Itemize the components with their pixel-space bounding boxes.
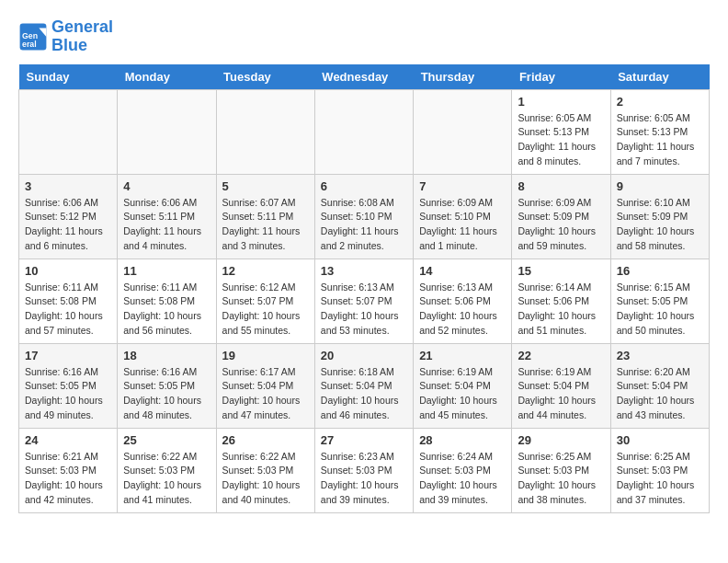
day-number: 27 (321, 433, 407, 447)
day-detail: Sunrise: 6:05 AMSunset: 5:13 PMDaylight:… (518, 111, 604, 169)
day-detail: Sunrise: 6:09 AMSunset: 5:10 PMDaylight:… (419, 196, 506, 254)
day-cell-22: 22Sunrise: 6:19 AMSunset: 5:04 PMDayligh… (512, 343, 610, 428)
day-number: 9 (617, 179, 703, 193)
day-detail: Sunrise: 6:24 AMSunset: 5:03 PMDaylight:… (419, 450, 506, 508)
day-cell-16: 16Sunrise: 6:15 AMSunset: 5:05 PMDayligh… (610, 259, 709, 343)
day-number: 6 (321, 179, 407, 193)
day-number: 10 (25, 264, 111, 278)
day-cell-5: 5Sunrise: 6:07 AMSunset: 5:11 PMDaylight… (216, 174, 314, 259)
day-cell-17: 17Sunrise: 6:16 AMSunset: 5:05 PMDayligh… (19, 343, 118, 428)
logo: Gen eral General Blue (18, 18, 113, 55)
day-cell-10: 10Sunrise: 6:11 AMSunset: 5:08 PMDayligh… (19, 259, 118, 343)
day-number: 19 (222, 349, 309, 362)
day-cell-27: 27Sunrise: 6:23 AMSunset: 5:03 PMDayligh… (314, 428, 413, 512)
day-number: 4 (123, 179, 210, 193)
day-cell-2: 2Sunrise: 6:05 AMSunset: 5:13 PMDaylight… (610, 89, 709, 174)
day-detail: Sunrise: 6:07 AMSunset: 5:11 PMDaylight:… (222, 196, 309, 254)
day-cell-24: 24Sunrise: 6:21 AMSunset: 5:03 PMDayligh… (19, 428, 118, 512)
day-cell-12: 12Sunrise: 6:12 AMSunset: 5:07 PMDayligh… (216, 259, 314, 343)
day-number: 26 (222, 433, 309, 447)
svg-text:eral: eral (22, 40, 37, 49)
day-number: 18 (123, 349, 210, 362)
day-number: 5 (222, 179, 309, 193)
day-cell-1: 1Sunrise: 6:05 AMSunset: 5:13 PMDaylight… (512, 89, 610, 174)
day-cell-4: 4Sunrise: 6:06 AMSunset: 5:11 PMDaylight… (118, 174, 216, 259)
day-number: 25 (123, 433, 210, 447)
day-detail: Sunrise: 6:09 AMSunset: 5:09 PMDaylight:… (518, 196, 604, 254)
day-number: 15 (518, 264, 604, 278)
header-row: SundayMondayTuesdayWednesdayThursdayFrid… (19, 64, 710, 90)
day-cell-7: 7Sunrise: 6:09 AMSunset: 5:10 PMDaylight… (414, 174, 512, 259)
day-header-monday: Monday (118, 64, 216, 90)
day-cell-11: 11Sunrise: 6:11 AMSunset: 5:08 PMDayligh… (118, 259, 216, 343)
calendar-week-1: 1Sunrise: 6:05 AMSunset: 5:13 PMDaylight… (19, 89, 710, 174)
empty-cell (216, 89, 314, 174)
calendar-week-4: 17Sunrise: 6:16 AMSunset: 5:05 PMDayligh… (19, 343, 710, 428)
day-cell-18: 18Sunrise: 6:16 AMSunset: 5:05 PMDayligh… (118, 343, 216, 428)
day-cell-28: 28Sunrise: 6:24 AMSunset: 5:03 PMDayligh… (414, 428, 512, 512)
day-cell-25: 25Sunrise: 6:22 AMSunset: 5:03 PMDayligh… (118, 428, 216, 512)
day-detail: Sunrise: 6:21 AMSunset: 5:03 PMDaylight:… (25, 450, 111, 508)
calendar-table: SundayMondayTuesdayWednesdayThursdayFrid… (18, 64, 710, 513)
day-detail: Sunrise: 6:16 AMSunset: 5:05 PMDaylight:… (25, 365, 111, 423)
day-detail: Sunrise: 6:11 AMSunset: 5:08 PMDaylight:… (25, 281, 111, 339)
day-detail: Sunrise: 6:20 AMSunset: 5:04 PMDaylight:… (617, 365, 703, 423)
day-number: 20 (321, 349, 407, 362)
day-cell-9: 9Sunrise: 6:10 AMSunset: 5:09 PMDaylight… (610, 174, 709, 259)
empty-cell (118, 89, 216, 174)
day-detail: Sunrise: 6:06 AMSunset: 5:11 PMDaylight:… (123, 196, 210, 254)
calendar-week-3: 10Sunrise: 6:11 AMSunset: 5:08 PMDayligh… (19, 259, 710, 343)
day-number: 3 (25, 179, 111, 193)
day-number: 24 (25, 433, 111, 447)
day-detail: Sunrise: 6:16 AMSunset: 5:05 PMDaylight:… (123, 365, 210, 423)
day-cell-26: 26Sunrise: 6:22 AMSunset: 5:03 PMDayligh… (216, 428, 314, 512)
day-detail: Sunrise: 6:22 AMSunset: 5:03 PMDaylight:… (222, 450, 309, 508)
day-header-saturday: Saturday (610, 64, 709, 90)
day-cell-15: 15Sunrise: 6:14 AMSunset: 5:06 PMDayligh… (512, 259, 610, 343)
day-number: 30 (617, 433, 703, 447)
day-detail: Sunrise: 6:25 AMSunset: 5:03 PMDaylight:… (518, 450, 604, 508)
day-cell-19: 19Sunrise: 6:17 AMSunset: 5:04 PMDayligh… (216, 343, 314, 428)
day-number: 28 (419, 433, 506, 447)
day-number: 7 (419, 179, 506, 193)
day-cell-14: 14Sunrise: 6:13 AMSunset: 5:06 PMDayligh… (414, 259, 512, 343)
day-cell-21: 21Sunrise: 6:19 AMSunset: 5:04 PMDayligh… (414, 343, 512, 428)
header: Gen eral General Blue (18, 18, 710, 55)
day-detail: Sunrise: 6:08 AMSunset: 5:10 PMDaylight:… (321, 196, 407, 254)
day-header-tuesday: Tuesday (216, 64, 314, 90)
day-cell-29: 29Sunrise: 6:25 AMSunset: 5:03 PMDayligh… (512, 428, 610, 512)
logo-text: General Blue (51, 18, 113, 55)
day-detail: Sunrise: 6:14 AMSunset: 5:06 PMDaylight:… (518, 281, 604, 339)
day-number: 11 (123, 264, 210, 278)
empty-cell (19, 89, 118, 174)
day-header-friday: Friday (512, 64, 610, 90)
day-number: 21 (419, 349, 506, 362)
empty-cell (414, 89, 512, 174)
day-detail: Sunrise: 6:22 AMSunset: 5:03 PMDaylight:… (123, 450, 210, 508)
logo-icon: Gen eral (18, 22, 48, 52)
day-number: 14 (419, 264, 506, 278)
day-number: 22 (518, 349, 604, 362)
calendar-week-2: 3Sunrise: 6:06 AMSunset: 5:12 PMDaylight… (19, 174, 710, 259)
day-detail: Sunrise: 6:19 AMSunset: 5:04 PMDaylight:… (419, 365, 506, 423)
day-number: 12 (222, 264, 309, 278)
day-cell-20: 20Sunrise: 6:18 AMSunset: 5:04 PMDayligh… (314, 343, 413, 428)
day-cell-3: 3Sunrise: 6:06 AMSunset: 5:12 PMDaylight… (19, 174, 118, 259)
day-header-sunday: Sunday (19, 64, 118, 90)
day-detail: Sunrise: 6:06 AMSunset: 5:12 PMDaylight:… (25, 196, 111, 254)
day-detail: Sunrise: 6:12 AMSunset: 5:07 PMDaylight:… (222, 281, 309, 339)
calendar-week-5: 24Sunrise: 6:21 AMSunset: 5:03 PMDayligh… (19, 428, 710, 512)
svg-text:Gen: Gen (22, 30, 38, 40)
day-detail: Sunrise: 6:05 AMSunset: 5:13 PMDaylight:… (617, 111, 703, 169)
day-number: 1 (518, 95, 604, 109)
day-detail: Sunrise: 6:25 AMSunset: 5:03 PMDaylight:… (617, 450, 703, 508)
day-detail: Sunrise: 6:19 AMSunset: 5:04 PMDaylight:… (518, 365, 604, 423)
day-detail: Sunrise: 6:18 AMSunset: 5:04 PMDaylight:… (321, 365, 407, 423)
day-detail: Sunrise: 6:17 AMSunset: 5:04 PMDaylight:… (222, 365, 309, 423)
day-detail: Sunrise: 6:10 AMSunset: 5:09 PMDaylight:… (617, 196, 703, 254)
day-detail: Sunrise: 6:23 AMSunset: 5:03 PMDaylight:… (321, 450, 407, 508)
day-detail: Sunrise: 6:13 AMSunset: 5:07 PMDaylight:… (321, 281, 407, 339)
day-detail: Sunrise: 6:13 AMSunset: 5:06 PMDaylight:… (419, 281, 506, 339)
day-number: 8 (518, 179, 604, 193)
day-cell-30: 30Sunrise: 6:25 AMSunset: 5:03 PMDayligh… (610, 428, 709, 512)
